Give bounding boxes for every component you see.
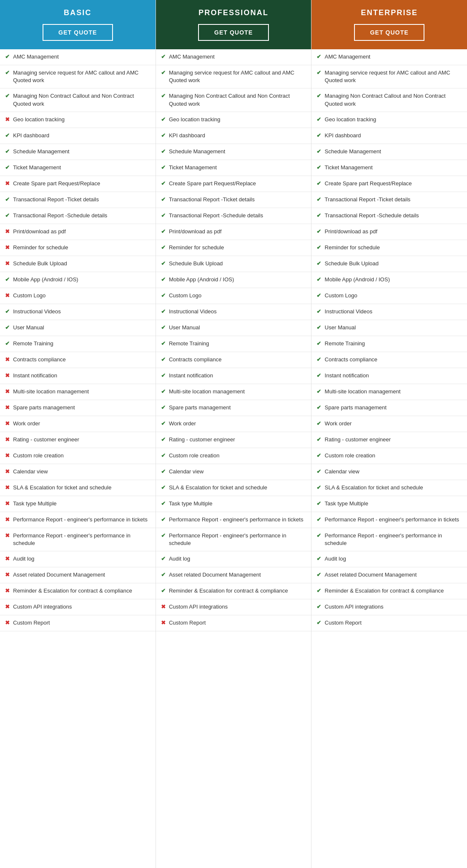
list-item: ✔User Manual bbox=[0, 320, 156, 336]
feature-text: Calendar view bbox=[13, 468, 48, 475]
check-icon: ✔ bbox=[317, 324, 321, 331]
check-icon: ✔ bbox=[317, 500, 321, 507]
check-icon: ✔ bbox=[5, 148, 10, 155]
cross-icon: ✖ bbox=[5, 372, 10, 379]
check-icon: ✔ bbox=[161, 276, 166, 283]
feature-text: Print/download as pdf bbox=[325, 228, 377, 235]
feature-text: Create Spare part Request/Replace bbox=[169, 180, 256, 187]
list-item: ✔Ticket Management bbox=[0, 160, 156, 176]
list-item: ✖Custom API integrations bbox=[0, 599, 156, 615]
check-icon: ✔ bbox=[317, 212, 321, 219]
feature-text: Custom Logo bbox=[169, 292, 201, 299]
check-icon: ✔ bbox=[317, 516, 321, 523]
list-item: ✔Asset related Document Management bbox=[156, 567, 311, 583]
check-icon: ✔ bbox=[161, 388, 166, 395]
check-icon: ✔ bbox=[161, 132, 166, 139]
list-item: ✔AMC Management bbox=[156, 49, 311, 65]
get-quote-button-professional[interactable]: GET QUOTE bbox=[198, 24, 268, 41]
feature-text: Instant notification bbox=[169, 372, 213, 379]
feature-text: User Manual bbox=[169, 324, 200, 331]
feature-text: AMC Management bbox=[325, 53, 370, 61]
list-item: ✔Managing service request for AMC callou… bbox=[311, 65, 467, 88]
list-item: ✔Schedule Management bbox=[0, 144, 156, 160]
list-item: ✖Rating - customer engineer bbox=[0, 432, 156, 448]
list-item: ✔Print/download as pdf bbox=[311, 224, 467, 240]
check-icon: ✔ bbox=[161, 148, 166, 155]
list-item: ✔Performance Report - engineer's perform… bbox=[311, 512, 467, 528]
list-item: ✔Multi-site location management bbox=[311, 384, 467, 400]
feature-text: Custom role creation bbox=[325, 452, 375, 459]
list-item: ✖Create Spare part Request/Replace bbox=[0, 176, 156, 192]
get-quote-button-enterprise[interactable]: GET QUOTE bbox=[354, 24, 424, 41]
feature-text: Schedule Management bbox=[13, 148, 70, 155]
feature-text: Performance Report - engineer's performa… bbox=[169, 532, 307, 547]
list-item: ✔Custom Logo bbox=[156, 288, 311, 304]
list-item: ✔Reminder for schedule bbox=[156, 240, 311, 256]
plan-title-basic: BASIC bbox=[4, 8, 151, 17]
feature-text: Geo location tracking bbox=[13, 116, 64, 123]
list-item: ✖Audit log bbox=[0, 551, 156, 567]
feature-text: Mobile App (Android / IOS) bbox=[169, 276, 234, 283]
feature-text: Remote Training bbox=[13, 340, 53, 347]
list-item: ✔Reminder & Escalation for contract & co… bbox=[156, 583, 311, 599]
feature-text: KPI dashboard bbox=[13, 132, 49, 139]
feature-text: User Manual bbox=[13, 324, 44, 331]
feature-text: Contracts compliance bbox=[169, 356, 222, 363]
feature-text: Instructional Videos bbox=[13, 308, 61, 315]
check-icon: ✔ bbox=[5, 308, 10, 315]
feature-text: Custom API integrations bbox=[13, 603, 72, 611]
list-item: ✔Geo location tracking bbox=[311, 112, 467, 128]
feature-text: Print/download as pdf bbox=[13, 228, 66, 235]
list-item: ✔Performance Report - engineer's perform… bbox=[156, 528, 311, 551]
feature-text: Mobile App (Android / IOS) bbox=[325, 276, 390, 283]
check-icon: ✔ bbox=[5, 340, 10, 347]
check-icon: ✔ bbox=[161, 324, 166, 331]
plan-title-professional: PROFESSIONAL bbox=[160, 8, 307, 17]
list-item: ✖Custom Report bbox=[0, 615, 156, 631]
list-item: ✔KPI dashboard bbox=[0, 128, 156, 144]
check-icon: ✔ bbox=[161, 228, 166, 235]
check-icon: ✔ bbox=[161, 260, 166, 267]
feature-text: Print/download as pdf bbox=[169, 228, 222, 235]
feature-text: Spare parts management bbox=[169, 404, 231, 411]
feature-text: Schedule Bulk Upload bbox=[13, 260, 67, 267]
list-item: ✖Schedule Bulk Upload bbox=[0, 256, 156, 272]
check-icon: ✔ bbox=[317, 69, 321, 76]
feature-text: Custom role creation bbox=[13, 452, 64, 459]
get-quote-button-basic[interactable]: GET QUOTE bbox=[43, 24, 113, 41]
check-icon: ✔ bbox=[317, 180, 321, 187]
feature-text: Reminder for schedule bbox=[169, 244, 224, 251]
feature-text: Ticket Management bbox=[169, 164, 217, 171]
feature-text: Contracts compliance bbox=[13, 356, 66, 363]
list-item: ✔Spare parts management bbox=[311, 400, 467, 416]
check-icon: ✔ bbox=[317, 164, 321, 171]
feature-text: Custom API integrations bbox=[169, 603, 228, 611]
check-icon: ✔ bbox=[161, 372, 166, 379]
check-icon: ✔ bbox=[317, 260, 321, 267]
feature-text: Asset related Document Management bbox=[325, 571, 416, 579]
check-icon: ✔ bbox=[317, 372, 321, 379]
list-item: ✔Reminder for schedule bbox=[311, 240, 467, 256]
check-icon: ✔ bbox=[161, 53, 166, 60]
list-item: ✔SLA & Escalation for ticket and schedul… bbox=[311, 480, 467, 496]
check-icon: ✔ bbox=[317, 196, 321, 203]
cross-icon: ✖ bbox=[161, 604, 166, 610]
check-icon: ✔ bbox=[161, 196, 166, 203]
check-icon: ✔ bbox=[161, 292, 166, 299]
feature-text: Schedule Bulk Upload bbox=[325, 260, 378, 267]
check-icon: ✔ bbox=[161, 420, 166, 427]
feature-text: Reminder & Escalation for contract & com… bbox=[13, 587, 132, 595]
list-item: ✔Custom Report bbox=[311, 615, 467, 631]
list-item: ✔Mobile App (Android / IOS) bbox=[0, 272, 156, 288]
list-item: ✔Rating - customer engineer bbox=[311, 432, 467, 448]
feature-text: Multi-site location management bbox=[169, 388, 245, 395]
feature-text: Contracts compliance bbox=[325, 356, 377, 363]
list-item: ✖Custom API integrations bbox=[156, 599, 311, 615]
list-item: ✖Reminder for schedule bbox=[0, 240, 156, 256]
feature-text: Managing Non Contract Callout and Non Co… bbox=[13, 92, 151, 107]
feature-text: Schedule Management bbox=[169, 148, 225, 155]
check-icon: ✔ bbox=[161, 356, 166, 363]
check-icon: ✔ bbox=[317, 228, 321, 235]
list-item: ✔Contracts compliance bbox=[311, 352, 467, 368]
list-item: ✔Managing Non Contract Callout and Non C… bbox=[0, 88, 156, 112]
